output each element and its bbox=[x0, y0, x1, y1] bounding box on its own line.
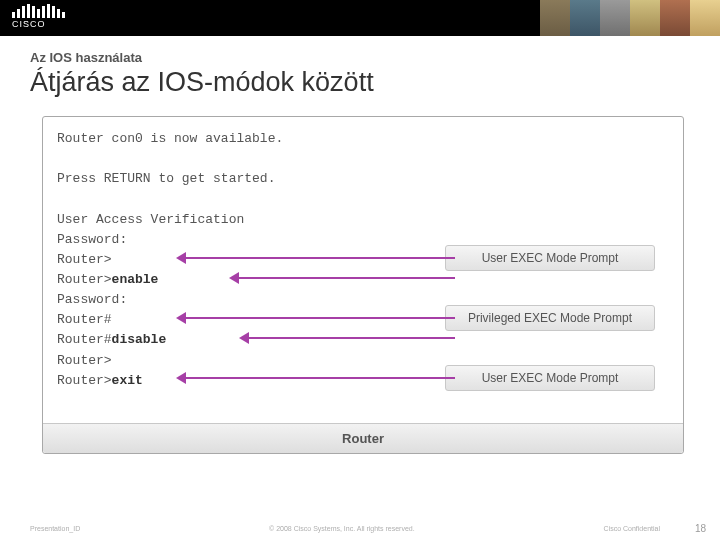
header-people-strip bbox=[540, 0, 720, 36]
confidential-label: Cisco Confidential bbox=[604, 525, 660, 532]
logo-bars-icon bbox=[12, 4, 65, 18]
arrow-icon bbox=[233, 277, 455, 279]
arrow-icon bbox=[243, 337, 455, 339]
page-title: Átjárás az IOS-módok között bbox=[30, 67, 690, 98]
page-number: 18 bbox=[695, 523, 706, 534]
section-label: Az IOS használata bbox=[30, 50, 690, 65]
callout-user-exec-1: User EXEC Mode Prompt bbox=[445, 245, 655, 271]
callout-privileged-exec: Privileged EXEC Mode Prompt bbox=[445, 305, 655, 331]
presentation-id: Presentation_ID bbox=[30, 525, 80, 532]
logo-text: CISCO bbox=[12, 19, 65, 29]
router-label-box: Router bbox=[43, 423, 683, 453]
callout-user-exec-2: User EXEC Mode Prompt bbox=[445, 365, 655, 391]
footer: Presentation_ID © 2008 Cisco Systems, In… bbox=[0, 525, 720, 532]
terminal-panel: Router con0 is now available. Press RETU… bbox=[42, 116, 684, 454]
cisco-logo: CISCO bbox=[12, 4, 65, 29]
arrow-icon bbox=[180, 377, 455, 379]
top-bar: CISCO bbox=[0, 0, 720, 36]
arrow-icon bbox=[180, 257, 455, 259]
arrow-icon bbox=[180, 317, 455, 319]
copyright: © 2008 Cisco Systems, Inc. All rights re… bbox=[80, 525, 603, 532]
